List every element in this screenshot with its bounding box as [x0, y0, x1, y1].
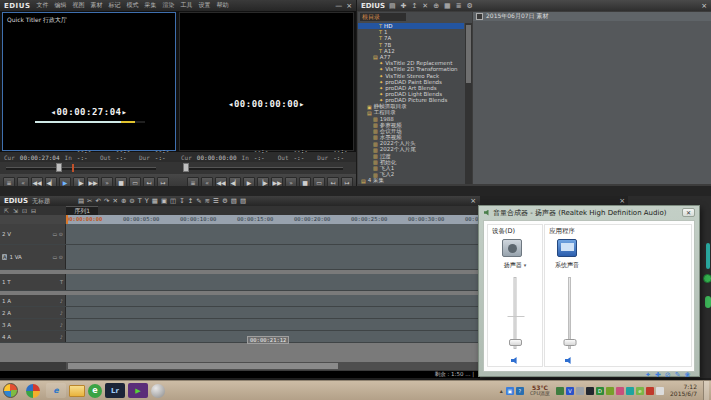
- mini-toolbar-icon[interactable]: ⊡: [22, 207, 27, 214]
- track-lane[interactable]: [66, 224, 480, 244]
- bin-toolbar-icon[interactable]: ✕: [422, 2, 428, 10]
- close-button[interactable]: ×: [346, 2, 352, 10]
- floating-icon[interactable]: ❀: [685, 371, 691, 379]
- tray-icon[interactable]: e: [636, 387, 644, 395]
- recorder-monitor[interactable]: ◂00:00:00:00▸: [179, 12, 354, 151]
- show-desktop-button[interactable]: [703, 381, 709, 400]
- tray-icon[interactable]: [586, 387, 594, 395]
- timeline-toolbar-icon[interactable]: ▧: [231, 197, 237, 205]
- timeline-toolbar-icon[interactable]: ↶: [96, 197, 101, 205]
- track-icons[interactable]: ▭ ⊙: [52, 254, 63, 260]
- track-lane[interactable]: [66, 245, 480, 269]
- menu-item[interactable]: 模式: [126, 1, 138, 10]
- floating-icon[interactable]: ✦: [645, 371, 651, 379]
- tray-icon[interactable]: [606, 387, 614, 395]
- tray-icon[interactable]: [656, 387, 664, 395]
- timeline-toolbar-icon[interactable]: ↥: [188, 197, 193, 205]
- edge-widget-green-pill[interactable]: [705, 296, 711, 308]
- track-icons[interactable]: ♪: [60, 310, 63, 316]
- close-icon[interactable]: ×: [619, 197, 628, 205]
- tray-icon[interactable]: [626, 387, 634, 395]
- menu-item[interactable]: 视图: [72, 1, 84, 10]
- timeline-toolbar-icon[interactable]: ⊖: [129, 197, 134, 205]
- player-shuttle[interactable]: [0, 162, 177, 174]
- playhead-marker[interactable]: [66, 215, 68, 224]
- timeline-toolbar-icon[interactable]: ▨: [240, 197, 246, 205]
- tray-icon[interactable]: D: [596, 387, 604, 395]
- track-header[interactable]: 1 A ♪: [0, 295, 66, 306]
- taskbar-app-icon[interactable]: [151, 384, 165, 398]
- bin-toolbar-icon[interactable]: ⚙: [467, 2, 473, 10]
- floating-icon[interactable]: ⊘: [665, 371, 671, 379]
- menu-item[interactable]: 帮助: [216, 1, 228, 10]
- track-lane[interactable]: [66, 274, 480, 290]
- bin-toolbar-icon[interactable]: ▤: [389, 2, 396, 10]
- taskbar-app-icon[interactable]: [69, 385, 85, 397]
- taskbar-app-icon[interactable]: Lr: [105, 383, 125, 398]
- shuttle-thumb[interactable]: [56, 163, 62, 172]
- track-icons[interactable]: ♪: [60, 322, 63, 328]
- close-icon[interactable]: ×: [470, 197, 476, 205]
- timeline-toolbar-icon[interactable]: ✎: [196, 197, 201, 205]
- system-sounds-icon[interactable]: [557, 239, 577, 257]
- app-volume-slider[interactable]: [568, 277, 571, 349]
- bin-toolbar-icon[interactable]: ✚: [401, 2, 407, 10]
- slider-thumb[interactable]: [563, 339, 576, 346]
- track-header[interactable]: 1 T T: [0, 274, 66, 290]
- tray-icon[interactable]: ▣: [506, 387, 514, 395]
- bin-toolbar-icon[interactable]: ⊕: [433, 2, 439, 10]
- close-icon[interactable]: ×: [701, 2, 707, 10]
- bin-titlebar[interactable]: EDIUS ▤✚↥✕⊕▦≣⚙ ×: [357, 0, 711, 11]
- taskbar-app-icon[interactable]: e: [88, 384, 102, 398]
- clip-checkbox-icon[interactable]: [476, 13, 483, 20]
- tree-root-header[interactable]: 根目录: [360, 13, 406, 21]
- timeline-toolbar-icon[interactable]: ✂: [87, 197, 92, 205]
- shuttle-thumb[interactable]: [183, 163, 189, 172]
- menu-item[interactable]: 文件: [36, 1, 48, 10]
- bin-clip-item[interactable]: 2015年06月07日 素材: [473, 12, 711, 21]
- track-icons[interactable]: ♪: [60, 298, 63, 304]
- close-button[interactable]: ✕: [682, 208, 695, 217]
- timeline-toolbar-icon[interactable]: ↷: [104, 197, 109, 205]
- timeline-toolbar-icon[interactable]: ≋: [205, 197, 210, 205]
- shuttle-track[interactable]: [6, 167, 156, 170]
- chevron-down-icon[interactable]: ▾: [524, 262, 527, 268]
- recorder-shuttle[interactable]: [177, 162, 356, 174]
- mini-toolbar-icon[interactable]: ⇲: [13, 207, 18, 214]
- taskbar-app-icon[interactable]: ▶: [128, 383, 148, 398]
- track-icons[interactable]: ▭ ⊙: [52, 231, 63, 237]
- minimize-button[interactable]: —: [335, 2, 342, 10]
- bin-content-panel[interactable]: 2015年06月07日 素材: [473, 12, 711, 184]
- mixer-titlebar[interactable]: 音量合成器 - 扬声器 (Realtek High Definition Aud…: [479, 206, 699, 219]
- track-lane[interactable]: [66, 295, 480, 306]
- track-lane[interactable]: [66, 307, 480, 318]
- taskbar-app-icon[interactable]: e: [46, 383, 66, 398]
- mini-toolbar-icon[interactable]: ⊟: [31, 207, 36, 214]
- device-name[interactable]: 扬声器 ▾: [488, 261, 542, 270]
- track-icons[interactable]: ♪: [60, 334, 63, 340]
- show-hidden-icons[interactable]: ▴: [500, 387, 503, 394]
- timeline-toolbar-icon[interactable]: ▣: [161, 197, 167, 205]
- mute-speaker-icon[interactable]: [565, 357, 573, 364]
- timeline-toolbar-icon[interactable]: T: [138, 197, 142, 205]
- tray-icon[interactable]: [646, 387, 654, 395]
- clock[interactable]: 7:12 2015/6/7: [670, 384, 697, 398]
- track-icons[interactable]: T: [60, 279, 63, 285]
- scrollbar-thumb[interactable]: [68, 363, 338, 369]
- bin-toolbar-icon[interactable]: ▦: [444, 2, 451, 10]
- timeline-toolbar-icon[interactable]: ▤: [78, 197, 84, 205]
- timeline-toolbar-icon[interactable]: ✕: [112, 197, 117, 205]
- timeline-toolbar-icon[interactable]: Y: [145, 197, 149, 205]
- menu-item[interactable]: 编辑: [54, 1, 66, 10]
- player-progress-bar[interactable]: [35, 121, 145, 123]
- timeline-toolbar-icon[interactable]: ☰: [213, 197, 219, 205]
- shuttle-track[interactable]: [183, 167, 343, 170]
- track-lane[interactable]: [66, 319, 480, 330]
- edge-widget-green-circle[interactable]: [703, 274, 711, 283]
- cpu-temp-gadget[interactable]: 53°C CPU温度: [530, 385, 550, 396]
- timeline-toolbar-icon[interactable]: ▦: [152, 197, 158, 205]
- menu-item[interactable]: 工具: [180, 1, 192, 10]
- bin-toolbar-icon[interactable]: ↥: [411, 2, 417, 10]
- floating-icon[interactable]: ✎: [675, 371, 681, 379]
- timeline-toolbar-icon[interactable]: ⊕: [121, 197, 126, 205]
